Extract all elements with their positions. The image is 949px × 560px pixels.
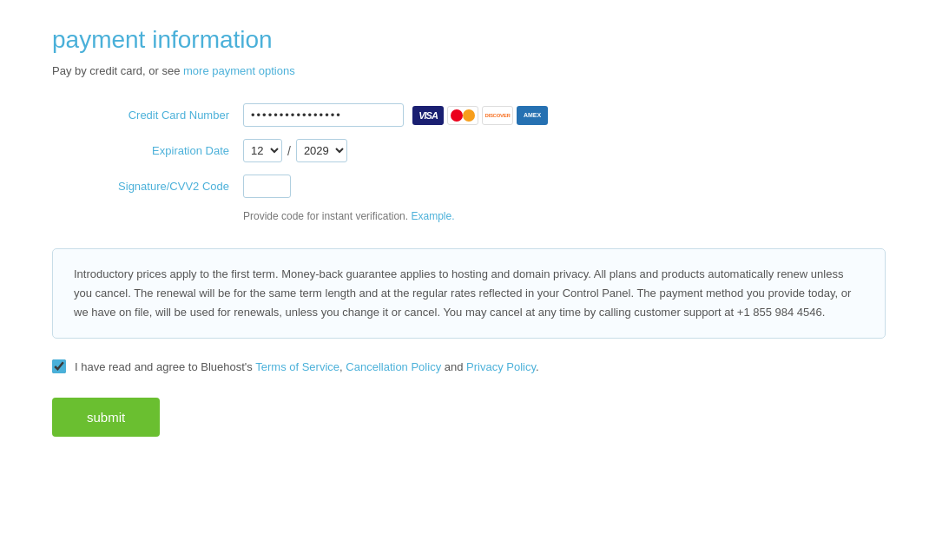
- expiration-month-select[interactable]: 01 02 03 04 05 06 07 08 09 10 11 12: [243, 139, 282, 162]
- cvv-example-link[interactable]: Example.: [411, 210, 454, 222]
- card-icons: VISA DISCOVER AMEX: [412, 106, 548, 125]
- mastercard-icon: [447, 106, 478, 125]
- expiration-row: Expiration Date 01 02 03 04 05 06 07 08 …: [52, 139, 897, 162]
- page-title: payment information: [52, 26, 897, 54]
- amex-icon: AMEX: [517, 106, 548, 125]
- agreement-row: I have read and agree to Bluehost's Term…: [52, 359, 897, 373]
- discover-icon: DISCOVER: [482, 106, 513, 125]
- credit-card-label: Credit Card Number: [52, 109, 243, 122]
- visa-icon: VISA: [412, 106, 444, 125]
- cvv-controls: [243, 175, 291, 198]
- credit-card-row: Credit Card Number VISA DISCOVER AMEX: [52, 103, 897, 127]
- subtitle: Pay by credit card, or see more payment …: [52, 64, 897, 77]
- agreement-label: I have read and agree to Bluehost's Term…: [75, 360, 539, 373]
- info-box: Introductory prices apply to the first t…: [52, 248, 886, 339]
- terms-link[interactable]: Terms of Service: [255, 360, 339, 373]
- cvv-hint: Provide code for instant verification. E…: [243, 210, 897, 222]
- expiration-year-select[interactable]: 2024 2025 2026 2027 2028 2029 2030 2031 …: [296, 139, 347, 162]
- privacy-link[interactable]: Privacy Policy: [466, 360, 536, 373]
- submit-button[interactable]: submit: [52, 398, 160, 437]
- cvv-row: Signature/CVV2 Code: [52, 175, 897, 198]
- expiration-label: Expiration Date: [52, 144, 243, 157]
- cvv-input[interactable]: [243, 175, 291, 198]
- cancellation-link[interactable]: Cancellation Policy: [346, 360, 441, 373]
- more-payment-options-link[interactable]: more payment options: [183, 64, 295, 77]
- expiration-slash: /: [287, 144, 291, 158]
- expiration-controls: 01 02 03 04 05 06 07 08 09 10 11 12 / 20…: [243, 139, 347, 162]
- credit-card-controls: VISA DISCOVER AMEX: [243, 103, 548, 127]
- info-box-text: Introductory prices apply to the first t…: [74, 265, 864, 322]
- payment-form: Credit Card Number VISA DISCOVER AMEX Ex…: [52, 103, 897, 222]
- credit-card-input[interactable]: [243, 103, 404, 127]
- agree-checkbox[interactable]: [52, 359, 66, 373]
- cvv-label: Signature/CVV2 Code: [52, 180, 243, 193]
